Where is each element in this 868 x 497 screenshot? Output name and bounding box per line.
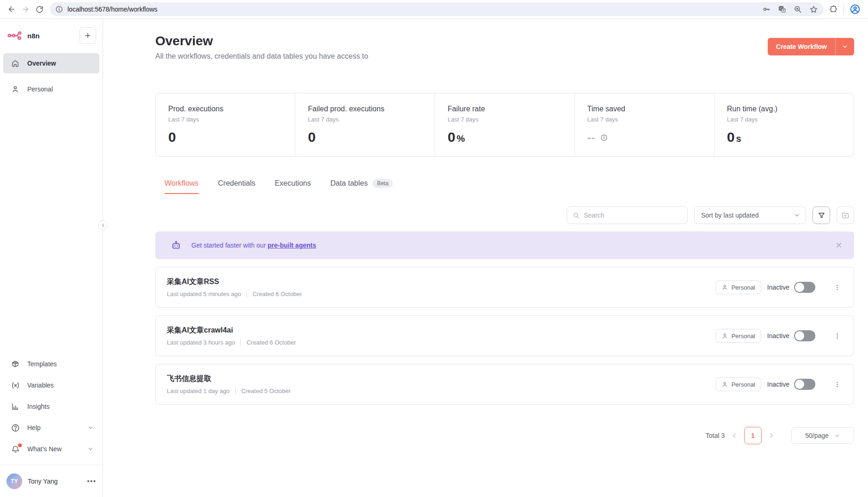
search-box[interactable] [567,206,688,224]
sidebar-item-label: Overview [27,60,56,67]
search-input[interactable] [584,212,682,219]
stat-unit: % [457,133,465,144]
banner-message: Get started faster with our [191,242,266,249]
tab-credentials[interactable]: Credentials [218,179,256,194]
main-content: Overview All the workflows, credentials … [103,19,868,497]
meta-divider [246,291,247,297]
stats-bar: Prod. executions Last 7 days 0 Failed pr… [155,93,854,157]
extensions-icon[interactable] [829,5,838,14]
owner-badge[interactable]: Personal [715,280,761,294]
toggle-knob [795,331,804,340]
sidebar-item-personal[interactable]: Personal [3,79,99,99]
back-icon[interactable] [5,2,18,16]
user-menu-icon[interactable]: ••• [87,477,96,485]
tab-executions[interactable]: Executions [275,179,311,194]
workflow-row[interactable]: 飞书信息提取 Last updated 1 day ago Created 5 … [155,364,854,405]
prev-page-icon[interactable] [731,432,738,439]
tab-label: Executions [275,179,311,188]
address-bar[interactable]: localhost:5678/home/workflows G [50,2,824,16]
info-icon[interactable] [600,134,608,141]
sidebar-item-overview[interactable]: Overview [3,53,99,73]
sidebar-item-label: Variables [27,382,54,389]
page-title: Overview [155,34,368,48]
new-folder-button[interactable] [837,206,854,224]
create-workflow-label[interactable]: Create Workflow [768,38,835,55]
person-icon [721,333,728,339]
owner-badge[interactable]: Personal [715,329,761,343]
brand-name: n8n [27,32,40,40]
stat-period: Last 7 days [727,116,844,123]
add-workflow-button[interactable] [79,27,96,44]
owner-label: Personal [731,381,755,388]
toggle-knob [795,380,804,389]
workflow-row[interactable]: 采集AI文章crawl4ai Last updated 3 hours ago … [155,315,854,356]
sidebar-item-whats-new[interactable]: What’s New [3,439,99,459]
kebab-menu-icon[interactable] [832,379,843,390]
meta-divider [235,388,236,394]
url-text[interactable]: localhost:5678/home/workflows [67,6,762,13]
next-page-icon[interactable] [768,432,775,439]
activate-toggle[interactable] [794,379,815,390]
workflow-updated: Last updated 5 minutes ago [167,291,241,297]
workflow-updated: Last updated 3 hours ago [167,339,235,346]
app-shell: n8n Overview Personal Template [0,19,868,497]
avatar[interactable]: TY [6,473,22,489]
stat-time-saved: Time saved Last 7 days -- [575,93,714,156]
create-workflow-button[interactable]: Create Workflow [768,38,854,55]
sidebar-item-variables[interactable]: Variables [3,375,99,395]
kebab-menu-icon[interactable] [832,331,843,341]
key-icon[interactable] [762,5,770,13]
kebab-menu-icon[interactable] [832,282,843,293]
workflow-row[interactable]: 采集AI文章RSS Last updated 5 minutes ago Cre… [155,267,854,308]
sidebar-collapse-button[interactable] [98,220,108,230]
chevron-down-icon [834,433,840,439]
sidebar-item-insights[interactable]: Insights [3,396,99,417]
stat-value: 0 [447,129,455,145]
activate-toggle[interactable] [794,282,815,293]
stat-period: Last 7 days [168,116,286,123]
forward-icon[interactable] [18,2,32,16]
chevron-down-icon [794,212,800,218]
tab-workflows[interactable]: Workflows [165,179,199,194]
total-count: Total 3 [706,432,725,439]
beta-badge: Beta [373,179,393,188]
workflow-created: Created 6 October [246,339,296,346]
translate-icon[interactable]: G [778,5,786,13]
filter-button[interactable] [813,206,830,224]
close-icon[interactable] [836,242,842,248]
profile-icon[interactable] [850,4,861,15]
workflow-name[interactable]: 采集AI文章crawl4ai [167,326,715,335]
meta-divider [240,339,241,346]
home-icon [11,59,20,67]
reload-icon[interactable] [32,2,46,16]
stat-period: Last 7 days [447,116,565,123]
tab-label: Credentials [218,179,256,188]
owner-label: Personal [731,284,755,291]
sidebar-item-label: Help [27,424,41,431]
bookmark-star-icon[interactable] [809,5,818,14]
page-info-icon[interactable] [55,6,63,13]
owner-badge[interactable]: Personal [715,377,761,391]
banner-text: Get started faster with our pre-built ag… [191,242,836,249]
sidebar-item-label: Insights [27,403,49,410]
stat-failure-rate: Failure rate Last 7 days 0% [434,93,574,156]
page-size-label: 50/page [805,432,829,439]
browser-toolbar: localhost:5678/home/workflows G [0,0,868,19]
page-subtitle: All the workflows, credentials and data … [155,52,368,61]
pre-built-agents-link[interactable]: pre-built agents [268,242,316,249]
stat-run-time: Run time (avg.) Last 7 days 0s [714,93,854,156]
robot-icon [171,240,181,250]
sort-select[interactable]: Sort by last updated [694,206,806,224]
stat-value: -- [587,131,596,144]
activate-toggle[interactable] [794,330,815,341]
page-number[interactable]: 1 [744,427,762,444]
sidebar-item-templates[interactable]: Templates [3,354,99,374]
sidebar-item-help[interactable]: Help [3,418,99,438]
zoom-in-icon[interactable] [794,5,802,13]
n8n-brand[interactable]: n8n [7,30,40,41]
page-size-select[interactable]: 50/page [791,427,854,444]
workflow-name[interactable]: 采集AI文章RSS [167,277,715,287]
workflow-name[interactable]: 飞书信息提取 [167,374,715,384]
tab-data-tables[interactable]: Data tables Beta [330,179,393,194]
chevron-down-icon[interactable] [836,38,854,55]
